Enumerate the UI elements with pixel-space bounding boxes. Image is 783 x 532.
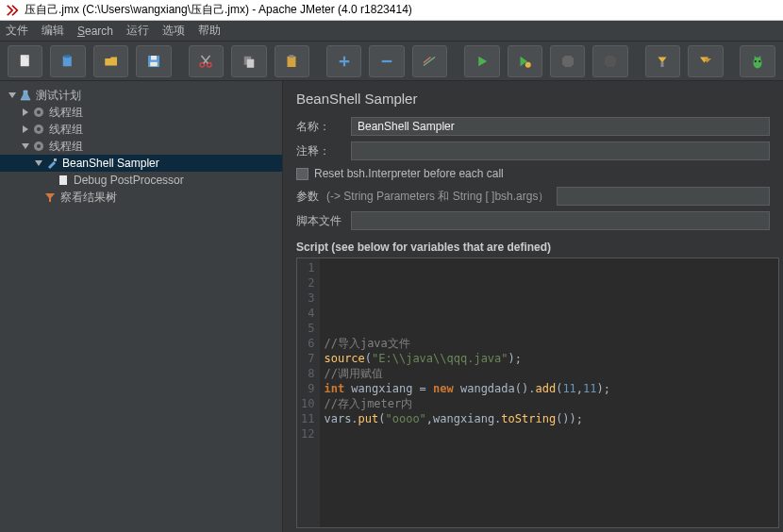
comment-input[interactable]: [351, 141, 770, 160]
tree-thread-group-1[interactable]: 线程组: [0, 104, 282, 121]
svg-point-21: [758, 59, 760, 61]
tree-label: 测试计划: [36, 88, 81, 104]
panel-title: BeanShell Sampler: [283, 81, 783, 114]
menu-edit[interactable]: 编辑: [42, 23, 64, 39]
expand-arrow-icon[interactable]: [21, 141, 30, 151]
svg-marker-29: [22, 143, 29, 149]
app-icon: [6, 4, 19, 17]
collapse-arrow-icon[interactable]: [21, 108, 30, 117]
dropper-icon: [45, 157, 58, 170]
tree-label: 线程组: [49, 139, 83, 155]
save-button[interactable]: [136, 45, 171, 77]
svg-point-19: [754, 57, 762, 68]
stop-button[interactable]: [550, 45, 585, 77]
menu-run[interactable]: 运行: [126, 23, 149, 39]
reset-interpreter-label: Reset bsh.Interpreter before each call: [314, 167, 504, 180]
flask-icon: [19, 89, 32, 102]
svg-marker-16: [562, 56, 574, 67]
svg-point-20: [755, 59, 757, 61]
script-editor[interactable]: 123456789101112 //导入java文件source("E:\\ja…: [296, 258, 779, 528]
svg-rect-33: [54, 158, 57, 161]
menu-help[interactable]: 帮助: [198, 23, 221, 39]
tree-debug-postprocessor[interactable]: Debug PostProcessor: [0, 172, 282, 189]
scriptfile-input[interactable]: [351, 211, 770, 230]
params-hint: (-> String Parameters 和 String [ ]bsh.ar…: [326, 189, 549, 205]
tree-thread-group-2[interactable]: 线程组: [0, 121, 282, 138]
function-helper-button[interactable]: [740, 45, 775, 77]
svg-marker-35: [45, 193, 55, 202]
svg-rect-11: [288, 56, 296, 66]
menu-search[interactable]: Search: [77, 25, 113, 38]
svg-rect-6: [150, 61, 158, 66]
clear-all-button[interactable]: [688, 45, 723, 77]
gear-icon: [32, 123, 45, 136]
svg-point-28: [37, 127, 41, 131]
name-label: 名称：: [296, 119, 343, 135]
test-plan-tree[interactable]: 测试计划 线程组 线程组 线程组 BeanShell Sampler: [0, 81, 283, 532]
gear-icon: [32, 106, 45, 119]
start-no-pause-button[interactable]: [508, 45, 542, 77]
funnel-icon: [43, 191, 57, 204]
window-titlebar: 压自己.jmx (C:\Users\wangxiang\压自己.jmx) - A…: [0, 0, 783, 21]
svg-marker-13: [478, 56, 487, 66]
menubar: 文件 编辑 Search 运行 选项 帮助: [0, 21, 783, 42]
svg-rect-18: [661, 61, 664, 66]
collapse-arrow-icon[interactable]: [21, 125, 30, 134]
shutdown-button[interactable]: [592, 45, 627, 77]
svg-rect-10: [247, 58, 255, 67]
scriptfile-label: 脚本文件: [296, 213, 343, 229]
svg-marker-17: [605, 56, 616, 67]
params-label: 参数: [296, 189, 319, 205]
copy-button[interactable]: [231, 45, 266, 77]
tree-label: 察看结果树: [60, 190, 117, 206]
svg-rect-34: [59, 175, 67, 185]
params-input[interactable]: [557, 187, 770, 206]
sampler-config-panel: BeanShell Sampler 名称： 注释： Reset bsh.Inte…: [283, 81, 783, 532]
comment-label: 注释：: [296, 143, 343, 159]
paste-button[interactable]: [275, 45, 309, 77]
expand-arrow-icon[interactable]: [8, 91, 17, 100]
window-title: 压自己.jmx (C:\Users\wangxiang\压自己.jmx) - A…: [25, 2, 412, 18]
tree-thread-group-3[interactable]: 线程组: [0, 138, 282, 155]
tree-label: 线程组: [49, 105, 83, 121]
tree-label: BeanShell Sampler: [62, 157, 159, 170]
svg-point-31: [37, 144, 41, 148]
svg-rect-3: [64, 55, 70, 58]
svg-marker-26: [23, 125, 28, 133]
svg-point-25: [37, 110, 41, 114]
toolbar: [0, 42, 783, 81]
svg-rect-12: [290, 55, 294, 58]
menu-file[interactable]: 文件: [6, 23, 28, 39]
tree-label: 线程组: [49, 122, 83, 138]
start-button[interactable]: [464, 45, 499, 77]
expand-button[interactable]: [326, 45, 361, 77]
svg-marker-32: [35, 160, 42, 166]
name-input[interactable]: [351, 117, 770, 136]
code-area[interactable]: //导入java文件source("E:\\java\\qqq.java");/…: [320, 258, 778, 527]
open-button[interactable]: [93, 45, 128, 77]
collapse-button[interactable]: [369, 45, 404, 77]
svg-marker-22: [8, 92, 16, 98]
line-gutter: 123456789101112: [297, 258, 320, 527]
svg-point-15: [525, 61, 531, 67]
expand-arrow-icon[interactable]: [34, 158, 43, 168]
clear-button[interactable]: [645, 45, 680, 77]
reset-interpreter-checkbox[interactable]: [296, 168, 308, 180]
tree-label: Debug PostProcessor: [74, 174, 184, 187]
tree-view-results-tree[interactable]: 察看结果树: [0, 189, 282, 206]
new-button[interactable]: [8, 45, 42, 77]
script-header: Script (see below for variables that are…: [283, 233, 783, 258]
menu-options[interactable]: 选项: [162, 23, 185, 39]
document-icon: [57, 174, 70, 187]
svg-marker-23: [23, 108, 28, 116]
svg-rect-2: [63, 56, 72, 66]
tree-beanshell-sampler[interactable]: BeanShell Sampler: [0, 155, 282, 172]
svg-rect-5: [151, 56, 157, 60]
cut-button[interactable]: [189, 45, 224, 77]
toggle-button[interactable]: [412, 45, 447, 77]
tree-test-plan[interactable]: 测试计划: [0, 87, 282, 104]
templates-button[interactable]: [50, 45, 85, 77]
gear-icon: [32, 140, 45, 153]
